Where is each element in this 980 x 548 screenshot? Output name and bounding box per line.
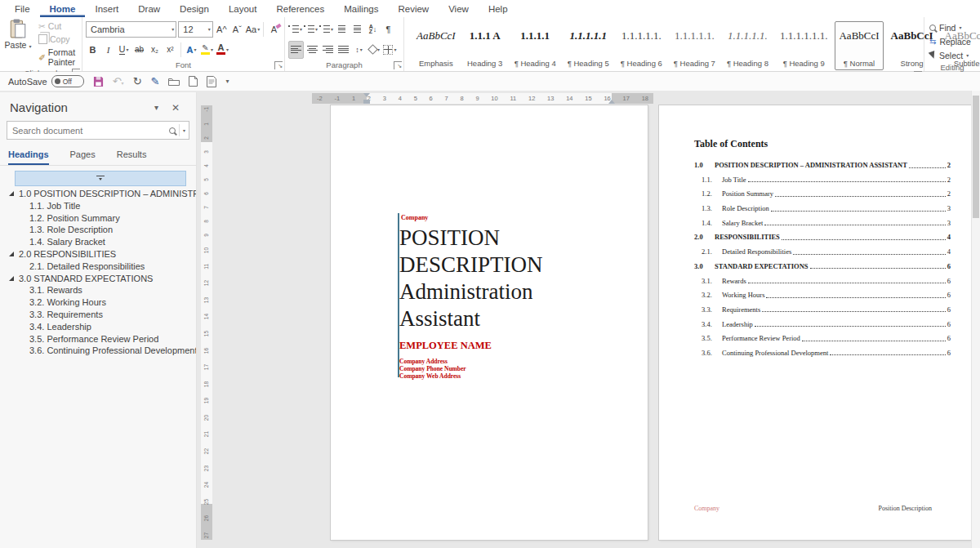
- toc-entry[interactable]: 2.0RESPONSIBILITIES4: [694, 233, 951, 241]
- new-document-icon[interactable]: [189, 76, 198, 87]
- nav-heading-3-5[interactable]: 3.5. Performance Review Period: [0, 333, 196, 345]
- style-heading-8[interactable]: 1.1.1.1.1.¶ Heading 8: [723, 21, 773, 70]
- format-painter-button[interactable]: ✐Format Painter: [36, 47, 78, 68]
- tab-references[interactable]: References: [266, 2, 334, 17]
- undo-button[interactable]: ↶▾: [113, 76, 124, 87]
- shrink-font-button[interactable]: Aˇ: [230, 21, 244, 38]
- increase-indent-button[interactable]: [350, 21, 364, 38]
- font-color-button[interactable]: A▾: [216, 42, 229, 58]
- tab-pages[interactable]: Pages: [70, 149, 96, 165]
- redo-icon[interactable]: ↻: [133, 76, 142, 87]
- autosave-toggle[interactable]: AutoSave Off: [8, 75, 84, 87]
- expand-triangle-icon[interactable]: [9, 252, 14, 256]
- toc-entry[interactable]: 3.5.Performance Review Period6: [694, 334, 951, 342]
- toc-entry[interactable]: 1.3.Role Description3: [694, 204, 951, 212]
- style-heading-5[interactable]: 1.1.1.1.1¶ Heading 5: [564, 21, 613, 70]
- line-spacing-button[interactable]: ↕▾: [352, 42, 366, 58]
- toc-entry[interactable]: 1.4.Salary Bracket3: [694, 219, 951, 227]
- more-commands-icon[interactable]: ▾: [225, 78, 229, 85]
- tab-review[interactable]: Review: [388, 2, 439, 17]
- paste-button[interactable]: Paste ▾: [3, 19, 33, 68]
- superscript-button[interactable]: x²: [163, 42, 177, 58]
- find-button[interactable]: Find▾: [928, 20, 977, 34]
- text-effects-button[interactable]: A▾: [185, 42, 198, 58]
- print-preview-icon[interactable]: [207, 76, 216, 87]
- page-1[interactable]: Company POSITION DESCRIPTION Administrat…: [331, 105, 648, 540]
- align-right-button[interactable]: [321, 42, 335, 58]
- decrease-indent-button[interactable]: [335, 21, 349, 38]
- search-input[interactable]: [7, 126, 169, 136]
- tab-draw[interactable]: Draw: [128, 2, 170, 17]
- expand-triangle-icon[interactable]: [9, 191, 14, 196]
- style-normal[interactable]: AaBbCcI¶ Normal: [835, 21, 883, 70]
- nav-heading-1-0[interactable]: 1.0 POSITION DESCRIPTION – ADMINISTRATIO…: [0, 188, 196, 200]
- right-indent-marker[interactable]: [608, 100, 615, 104]
- tab-mailings[interactable]: Mailings: [334, 2, 388, 17]
- tab-results[interactable]: Results: [117, 149, 147, 165]
- tab-home[interactable]: Home: [40, 2, 86, 17]
- subscript-button[interactable]: x₂: [148, 42, 162, 58]
- cut-button[interactable]: ✂Cut: [36, 20, 78, 32]
- replace-button[interactable]: ⇆Replace: [928, 34, 977, 48]
- paragraph-dialog-launcher-icon[interactable]: ↘: [394, 61, 402, 69]
- toc-entry[interactable]: 3.0STANDARD EXPECTATIONS6: [694, 262, 951, 270]
- tab-help[interactable]: Help: [479, 2, 518, 17]
- toc-entry[interactable]: 2.1.Detailed Responsibilities4: [694, 247, 951, 256]
- nav-heading-1-2[interactable]: 1.2. Position Summary: [0, 212, 196, 225]
- sort-button[interactable]: AZ↓: [366, 21, 380, 38]
- font-size-select[interactable]: 12▾: [178, 21, 212, 38]
- nav-heading-3-2[interactable]: 3.2. Working Hours: [0, 296, 196, 309]
- nav-heading-2-1[interactable]: 2.1. Detailed Responsibilities: [0, 261, 196, 273]
- show-marks-button[interactable]: ¶: [381, 21, 395, 38]
- search-icon[interactable]: [169, 127, 176, 134]
- borders-button[interactable]: ▾: [383, 42, 397, 58]
- toc-entry[interactable]: 3.6.Continuing Professional Development6: [694, 349, 951, 357]
- change-case-button[interactable]: Aa▾: [246, 21, 260, 38]
- tab-insert[interactable]: Insert: [85, 2, 128, 17]
- tab-headings[interactable]: Headings: [8, 149, 49, 165]
- grow-font-button[interactable]: A^: [215, 21, 229, 38]
- open-folder-icon[interactable]: [168, 77, 180, 86]
- nav-heading-3-3[interactable]: 3.3. Requirements: [0, 309, 196, 321]
- style-emphasis[interactable]: AaBbCcIEmphasis: [412, 21, 460, 70]
- page-2[interactable]: Table of Contents 1.0POSITION DESCRIPTIO…: [659, 105, 974, 540]
- multilevel-list-button[interactable]: ▾: [319, 21, 333, 38]
- toc-entry[interactable]: 1.0POSITION DESCRIPTION – ADMINISTRATION…: [694, 161, 951, 169]
- scrollbar-thumb[interactable]: [973, 96, 979, 218]
- left-indent-marker[interactable]: [363, 100, 370, 104]
- shading-button[interactable]: ▾: [368, 42, 381, 58]
- bullets-button[interactable]: ▾: [288, 21, 302, 38]
- tab-layout[interactable]: Layout: [219, 2, 267, 17]
- expand-triangle-icon[interactable]: [9, 276, 14, 281]
- navigation-close-icon[interactable]: ✕: [165, 102, 186, 114]
- bold-button[interactable]: B: [86, 42, 100, 58]
- draw-pen-icon[interactable]: ✎: [151, 76, 160, 87]
- style-heading-6[interactable]: 1.1.1.1.1.¶ Heading 6: [617, 21, 666, 70]
- numbering-button[interactable]: ▾: [304, 21, 318, 38]
- tab-view[interactable]: View: [439, 2, 479, 17]
- style-heading-9[interactable]: 1.1.1.1.1.1.¶ Heading 9: [776, 21, 832, 70]
- strikethrough-button[interactable]: ab: [132, 42, 146, 58]
- align-left-button[interactable]: [288, 41, 304, 59]
- first-line-indent-marker[interactable]: [363, 93, 370, 97]
- copy-button[interactable]: Copy: [36, 33, 78, 45]
- tab-design[interactable]: Design: [170, 2, 219, 17]
- nav-heading-3-4[interactable]: 3.4. Leadership: [0, 321, 196, 333]
- nav-heading-3-6[interactable]: 3.6. Continuing Professional Development: [0, 345, 196, 357]
- font-dialog-launcher-icon[interactable]: ↘: [274, 61, 283, 69]
- highlight-button[interactable]: ✎▾: [200, 42, 214, 58]
- nav-heading-3-0[interactable]: 3.0 STANDARD EXPECTATIONS: [0, 273, 196, 285]
- nav-heading-1-1[interactable]: 1.1. Job Title: [0, 200, 196, 212]
- selected-empty-heading[interactable]: [15, 171, 186, 186]
- italic-button[interactable]: I: [101, 42, 115, 58]
- nav-heading-1-3[interactable]: 1.3. Role Description: [0, 224, 196, 236]
- navigation-options-chevron-icon[interactable]: ▾: [148, 103, 165, 112]
- toc-entry[interactable]: 3.3.Requirements6: [694, 305, 951, 314]
- select-button[interactable]: Select▾: [928, 48, 977, 62]
- toc-entry[interactable]: 1.1.Job Title2: [694, 176, 951, 184]
- font-name-select[interactable]: Cambria▾: [86, 21, 176, 38]
- nav-heading-1-4[interactable]: 1.4. Salary Bracket: [0, 236, 196, 248]
- style-heading-7[interactable]: 1.1.1.1.1.¶ Heading 7: [670, 21, 719, 70]
- nav-heading-2-0[interactable]: 2.0 RESPONSIBILITIES: [0, 248, 196, 261]
- tab-file[interactable]: File: [5, 2, 40, 17]
